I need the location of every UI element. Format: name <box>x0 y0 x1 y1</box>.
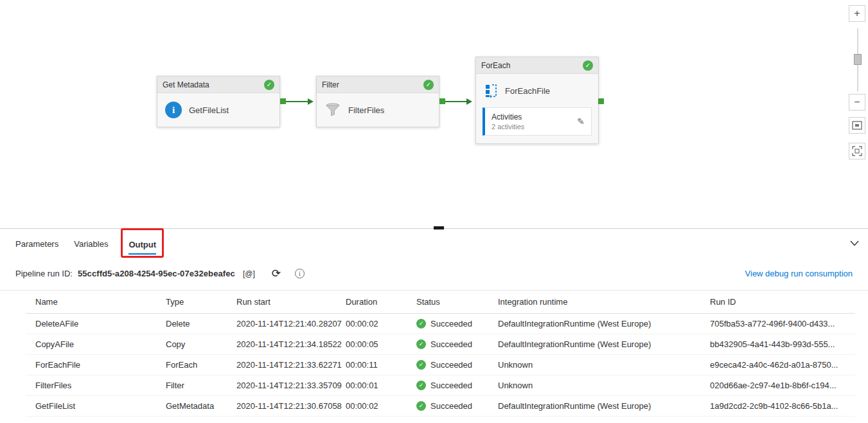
table-header-row: Name Type Run start Duration Status Inte… <box>26 291 855 314</box>
column-header-integration-runtime: Integration runtime <box>498 297 710 307</box>
debug-output-panel: Parameters Variables Output Pipeline run… <box>0 229 868 423</box>
cell-duration: 00:00:02 <box>346 319 416 328</box>
status-text: Succeeded <box>430 381 472 390</box>
cell-status: ✓ Succeeded <box>416 339 498 349</box>
status-text: Succeeded <box>430 339 472 349</box>
table-row: FilterFiles Filter 2020-11-14T12:21:33.3… <box>26 375 855 396</box>
activities-label: Activities <box>492 113 524 122</box>
cell-run-start: 2020-11-14T12:21:33.35709 <box>236 381 346 390</box>
tab-output[interactable]: Output <box>128 231 156 255</box>
column-header-run-id: Run ID <box>710 297 855 307</box>
filter-funnel-icon <box>324 103 341 117</box>
status-succeeded-icon: ✓ <box>416 319 426 328</box>
cell-type: Delete <box>166 319 236 328</box>
cell-name: GetFileList <box>26 401 166 411</box>
activity-node-filter[interactable]: Filter ✓ FilterFiles <box>316 76 439 127</box>
cell-status: ✓ Succeeded <box>416 319 498 328</box>
cell-run-start: 2020-11-14T12:21:34.18522 <box>236 339 346 349</box>
node-body: FilterFiles <box>317 93 439 127</box>
cell-run-id: 020d66ae-2c97-4e1b-8b6f-c194... <box>710 381 855 390</box>
activity-name: FilterFiles <box>348 105 384 115</box>
foreach-icon <box>484 83 498 98</box>
node-title: Filter <box>322 80 339 89</box>
pipeline-run-row: Pipeline run ID: 55ccffd5-a208-4254-95ec… <box>0 257 868 291</box>
activity-node-get-metadata[interactable]: Get Metadata ✓ i GetFileList <box>157 76 280 127</box>
cell-name: FilterFiles <box>26 381 166 390</box>
dynamic-content-icon[interactable]: [@] <box>243 269 255 278</box>
activity-name: GetFileList <box>189 105 229 115</box>
cell-type: Copy <box>166 339 236 349</box>
cell-name: ForEachFile <box>26 360 166 370</box>
activity-node-foreach[interactable]: ForEach ✓ ForEachFile Activities <box>475 57 599 144</box>
cell-run-start: 2020-11-14T12:21:40.28207 <box>236 319 346 328</box>
cell-type: Filter <box>166 381 236 390</box>
node-body: ForEachFile <box>476 74 598 107</box>
cell-name: CopyAFile <box>26 339 166 349</box>
status-succeeded-icon: ✓ <box>416 381 426 390</box>
connector-arrow-icon <box>466 98 472 105</box>
cell-duration: 00:00:05 <box>346 339 416 349</box>
tab-variables[interactable]: Variables <box>74 231 108 256</box>
node-header: ForEach ✓ <box>476 57 598 74</box>
zoom-slider-handle[interactable] <box>854 54 862 65</box>
panel-tabs: Parameters Variables Output <box>0 229 868 257</box>
cell-status: ✓ Succeeded <box>416 401 498 411</box>
cell-integration-runtime: DefaultIntegrationRuntime (West Europe) <box>498 339 710 349</box>
refresh-icon[interactable]: ⟳ <box>272 268 281 279</box>
status-succeeded-icon: ✓ <box>416 339 426 349</box>
adf-pipeline-debug-screen: Get Metadata ✓ i GetFileList Filter ✓ <box>0 0 868 423</box>
table-row: GetFileList GetMetadata 2020-11-14T12:21… <box>26 396 855 417</box>
chevron-down-icon <box>850 240 859 246</box>
activities-text: Activities 2 activities <box>492 113 524 131</box>
activities-count: 2 activities <box>492 122 524 131</box>
cell-integration-runtime: Unknown <box>498 360 710 370</box>
table-row: CopyAFile Copy 2020-11-14T12:21:34.18522… <box>26 334 855 355</box>
foreach-activities-box[interactable]: Activities 2 activities ✎ <box>483 107 592 136</box>
column-header-status: Status <box>416 297 498 307</box>
table-row: ForEachFile ForEach 2020-11-14T12:21:33.… <box>26 355 855 375</box>
info-icon[interactable]: i <box>295 269 305 278</box>
status-text: Succeeded <box>430 319 472 328</box>
status-text: Succeeded <box>430 401 472 411</box>
cell-name: DeleteAFile <box>26 319 166 328</box>
node-title: Get Metadata <box>163 80 209 89</box>
node-header: Filter ✓ <box>317 76 439 93</box>
activity-runs-table: Name Type Run start Duration Status Inte… <box>26 291 855 417</box>
view-debug-run-consumption-link[interactable]: View debug run consumption <box>745 269 853 278</box>
cell-run-start: 2020-11-14T12:21:33.62271 <box>236 360 346 370</box>
activity-name: ForEachFile <box>505 86 550 96</box>
column-header-duration: Duration <box>346 297 416 307</box>
status-text: Succeeded <box>430 360 472 370</box>
pipeline-canvas[interactable]: Get Metadata ✓ i GetFileList Filter ✓ <box>0 0 868 229</box>
cell-duration: 00:00:01 <box>346 381 416 390</box>
cell-run-id: bb432905-4a41-443b-993d-555... <box>710 339 855 349</box>
node-body: i GetFileList <box>157 93 279 127</box>
get-metadata-icon: i <box>165 102 182 118</box>
success-check-icon: ✓ <box>583 60 593 71</box>
tab-parameters[interactable]: Parameters <box>15 231 58 256</box>
zoom-in-button[interactable]: + <box>849 5 865 22</box>
zoom-out-button[interactable]: − <box>849 94 865 111</box>
cell-run-id: e9ceca42-a40c-462d-a01a-8750... <box>710 360 855 370</box>
cell-run-start: 2020-11-14T12:21:30.67058 <box>236 401 346 411</box>
fit-to-screen-button[interactable] <box>849 117 865 134</box>
annotation-highlight-box: Output <box>121 228 164 258</box>
connector-line <box>286 101 308 102</box>
zoom-reset-button[interactable] <box>849 143 865 159</box>
output-port[interactable] <box>439 98 445 104</box>
collapse-panel-button[interactable] <box>850 240 859 246</box>
status-succeeded-icon: ✓ <box>416 360 426 370</box>
table-row: DeleteAFile Delete 2020-11-14T12:21:40.2… <box>26 314 855 334</box>
output-port[interactable] <box>598 98 604 104</box>
cell-integration-runtime: Unknown <box>498 381 710 390</box>
edit-activities-icon[interactable]: ✎ <box>577 116 585 127</box>
column-header-type: Type <box>166 297 236 307</box>
output-port[interactable] <box>280 98 286 104</box>
panel-resize-handle[interactable] <box>434 226 444 230</box>
column-header-name: Name <box>26 297 166 307</box>
node-title: ForEach <box>481 61 510 70</box>
connector-arrow-icon <box>308 98 314 105</box>
connector-line <box>445 101 466 102</box>
cell-duration: 00:00:02 <box>346 401 416 411</box>
cell-type: GetMetadata <box>166 401 236 411</box>
